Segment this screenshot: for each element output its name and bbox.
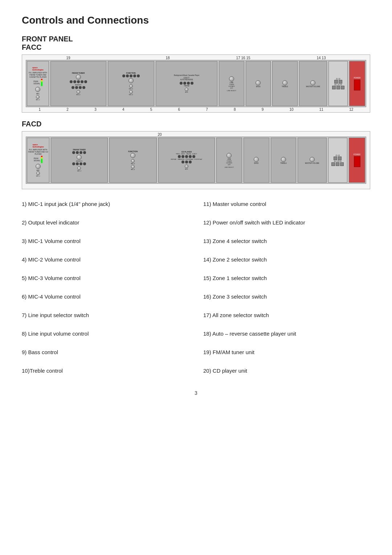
facc-top-num-18: 18 xyxy=(166,56,170,60)
facc-top-num-17-16-15: 17 16 15 xyxy=(236,56,250,60)
control-item-13: 13) Zone 4 selector switch xyxy=(203,236,370,246)
facc-panel-body: specotechnologies P.A. AMPLIFIER WITH FM… xyxy=(26,60,366,107)
facd-diagram: 20 specotechnologies P.A. AMPLIFIER WITH… xyxy=(22,131,370,189)
facd-top-num-20: 20 xyxy=(158,133,162,137)
logo-block: specotechnologies P.A. AMPLIFIER WITH FM… xyxy=(27,61,49,106)
facc-top-num-19: 19 xyxy=(66,56,70,60)
facc-bottom-12: 12 xyxy=(349,108,353,112)
control-item-20: 20) CD player unit xyxy=(203,366,370,376)
page-title: Controls and Connections xyxy=(22,15,370,26)
page-number: 3 xyxy=(22,390,370,396)
master-vol-block: MASTER VOLUME xyxy=(299,61,327,106)
control-item-9: 9) Bass control xyxy=(22,348,189,357)
facd-treble-block: TREBLE xyxy=(271,138,297,183)
facd-line-block: LINE TUNERCD/TAPEOFF LINE SELECT xyxy=(216,138,242,183)
control-item-18: 18) Auto – reverse cassette player unit xyxy=(203,329,370,339)
control-item-19: 19) FM/AM tuner unit xyxy=(203,348,370,357)
control-item-15: 15) Zone 1 selector switch xyxy=(203,274,370,283)
facd-power-block: POWER xyxy=(349,138,365,183)
controls-grid: 1) MIC-1 input jack (1/4'' phone jack) 2… xyxy=(22,199,370,376)
facd-heading: FACD xyxy=(22,120,370,128)
facc-bottom-10: 10 xyxy=(289,108,293,112)
control-item-1: 1) MIC-1 input jack (1/4'' phone jack) xyxy=(22,199,189,209)
facd-logo-block: specotechnologies P.A. AMPLIFIER WITH FM… xyxy=(27,138,49,183)
facc-bottom-3: 3 xyxy=(94,108,97,112)
facc-bottom-4: 4 xyxy=(122,108,124,112)
facd-zone-block: Z1 Z2 ALL Z3 Z4 xyxy=(328,138,348,183)
facc-bottom-5: 5 xyxy=(150,108,152,112)
facc-bottom-6: 6 xyxy=(178,108,180,112)
facd-tuner-block: FM/AM TUNER MEMORY MIC-2 xyxy=(51,138,108,183)
facd-panel-body: specotechnologies P.A. AMPLIFIER WITH FM… xyxy=(26,137,366,184)
control-item-2: 2) Output level indicator xyxy=(22,218,189,227)
tuner-block: FM/AM TUNER MEMORY MIC-2 xyxy=(50,61,106,106)
facc-bottom-11: 11 xyxy=(319,108,323,112)
control-item-14: 14) Zone 2 selector switch xyxy=(203,255,370,264)
zone-block-facc: Z1 Z2 ALL Z3 Z4 xyxy=(328,61,348,106)
facc-top-num-14-13: 14 13 xyxy=(317,56,326,60)
control-item-16: 16) Zone 3 selector switch xyxy=(203,292,370,301)
bass-block: BASS xyxy=(246,61,271,106)
facc-diagram: 19 18 17 16 15 14 13 specotechnologies P… xyxy=(22,54,370,113)
control-item-10: 10)Treble control xyxy=(22,366,189,376)
facc-bottom-8: 8 xyxy=(234,108,236,112)
facc-bottom-9: 9 xyxy=(262,108,264,112)
cassette-block: Background Music Cassette Player EJECT A… xyxy=(156,61,217,106)
front-panel-heading: FRONT PANEL FACC xyxy=(22,35,370,52)
controls-right-column: 11) Master volume control 12) Power on/o… xyxy=(203,199,370,376)
line-block: LINE TUNERCD/TAPEOFF LINE SELECT xyxy=(219,61,244,106)
control-item-3: 3) MIC-1 Volume control xyxy=(22,236,189,246)
facd-function-block: FUNCTION MIC-3 MIC-4 xyxy=(109,138,157,183)
controls-left-column: 1) MIC-1 input jack (1/4'' phone jack) 2… xyxy=(22,199,189,376)
facd-bass-block: BASS xyxy=(244,138,269,183)
facc-bottom-2: 2 xyxy=(66,108,69,112)
facc-bottom-1: 1 xyxy=(39,108,41,112)
control-item-5: 5) MIC-3 Volume control xyxy=(22,274,189,283)
control-item-7: 7) Line input selector switch xyxy=(22,311,189,320)
facd-master-vol: MASTER VOLUME xyxy=(298,138,326,183)
control-item-8: 8) Line input volume control xyxy=(22,329,189,339)
treble-block: TREBLE xyxy=(272,61,297,106)
function-block: FUNCTION MIC-3 MIC-4 xyxy=(108,61,154,106)
cd-player-block: CD PLAYER PREV - NEXT - PAUSE - EJECT RE… xyxy=(158,138,215,183)
controls-list: 1) MIC-1 input jack (1/4'' phone jack) 2… xyxy=(22,199,370,376)
facc-bottom-7: 7 xyxy=(206,108,208,112)
control-item-6: 6) MIC-4 Volume control xyxy=(22,292,189,301)
power-block-facc: POWER xyxy=(349,61,365,106)
control-item-11: 11) Master volume control xyxy=(203,199,370,209)
control-item-17: 17) All zone selector switch xyxy=(203,311,370,320)
control-item-4: 4) MIC-2 Volume control xyxy=(22,255,189,264)
control-item-12: 12) Power on/off switch with LED indicat… xyxy=(203,218,370,227)
